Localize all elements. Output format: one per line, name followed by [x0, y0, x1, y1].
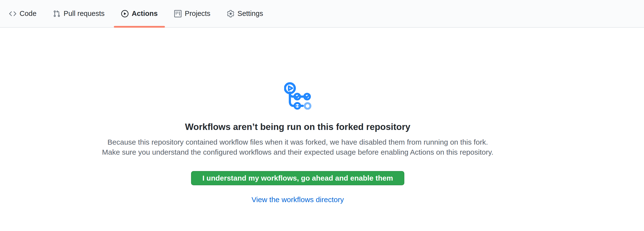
- git-pull-request-icon: [53, 10, 60, 17]
- enable-workflows-button[interactable]: I understand my workflows, go ahead and …: [191, 171, 404, 185]
- tab-actions[interactable]: Actions: [114, 0, 165, 27]
- page-title: Workflows aren’t being run on this forke…: [0, 121, 596, 133]
- active-tab-underline: [114, 26, 165, 28]
- play-circle-icon: [121, 10, 128, 17]
- tab-code[interactable]: Code: [2, 0, 44, 27]
- tab-projects[interactable]: Projects: [167, 0, 218, 27]
- tab-code-label: Code: [20, 10, 36, 17]
- actions-disabled-blankslate: Workflows aren’t being run on this forke…: [0, 28, 596, 204]
- actions-workflow-graph-icon: [284, 82, 312, 110]
- tab-settings[interactable]: Settings: [220, 0, 270, 27]
- gear-icon: [227, 10, 234, 17]
- tab-actions-label: Actions: [132, 10, 158, 17]
- tab-pull-requests-label: Pull requests: [64, 10, 104, 17]
- tab-projects-label: Projects: [185, 10, 210, 17]
- blankslate-description: Because this repository contained workfl…: [100, 137, 495, 157]
- workflows-link-row: View the workflows directory: [0, 195, 596, 204]
- tab-pull-requests[interactable]: Pull requests: [46, 0, 112, 27]
- project-board-icon: [174, 10, 182, 17]
- code-icon: [9, 10, 16, 17]
- view-workflows-directory-link[interactable]: View the workflows directory: [252, 195, 344, 203]
- tab-settings-label: Settings: [238, 10, 263, 17]
- repo-tab-nav: Code Pull requests Actions Projects Sett…: [0, 0, 644, 28]
- enable-button-row: I understand my workflows, go ahead and …: [0, 157, 596, 185]
